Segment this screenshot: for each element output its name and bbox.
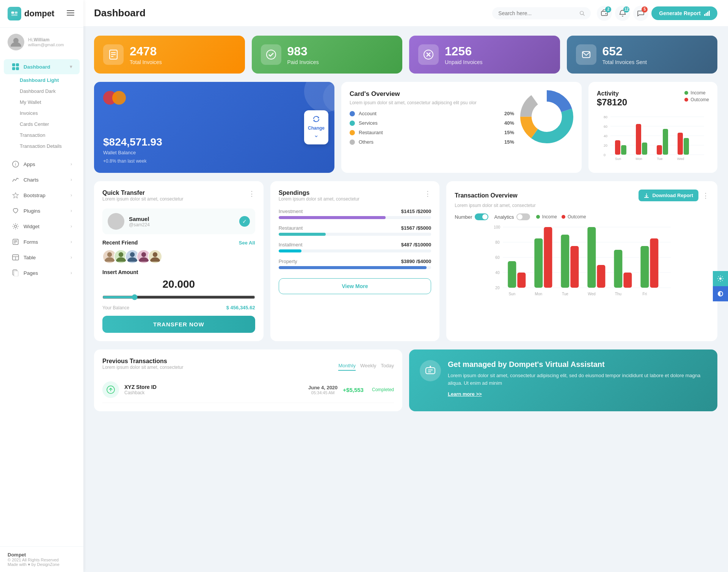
see-all-link[interactable]: See All	[239, 240, 255, 246]
chevron-right-icon7: ›	[71, 255, 72, 260]
sub-item-my-wallet[interactable]: My Wallet	[0, 97, 83, 108]
view-more-btn[interactable]: View More	[279, 278, 431, 294]
recent-friends-header: Recent Friend See All	[102, 240, 255, 246]
bell-badge: 12	[623, 6, 629, 13]
svg-text:Sun: Sun	[615, 157, 621, 161]
svg-line-25	[583, 14, 585, 16]
svg-rect-61	[663, 129, 668, 155]
star-icon	[11, 191, 20, 199]
sidebar-logo-area: dompet	[0, 0, 83, 28]
gear-icon	[11, 222, 20, 230]
svg-rect-87	[535, 238, 543, 288]
avatar	[8, 34, 24, 50]
amount-display: 20.000	[102, 278, 255, 290]
cards-overview-desc: Lorem ipsum dolor sit amet, consectetur …	[350, 100, 514, 105]
row3: Quick Transfer Lorem ipsum dolor sit ame…	[94, 181, 717, 341]
sidebar-item-apps[interactable]: i Apps ›	[4, 157, 80, 172]
sidebar-item-table[interactable]: Table ›	[4, 250, 80, 265]
sp-item-investment: Investment $1415 /$2000	[279, 208, 431, 219]
stat-label-sent: Total Invoices Sent	[602, 59, 647, 65]
tx-info-1: XYZ Store ID Cashback	[124, 384, 303, 395]
stat-cards-row: 2478 Total Invoices 983 Paid Invoices	[94, 36, 717, 74]
svg-rect-62	[678, 133, 683, 155]
sidebar-item-pages[interactable]: Pages ›	[4, 265, 80, 281]
sub-item-invoices[interactable]: Invoices	[0, 108, 83, 119]
to-bar-chart: 100 80 60 40 20	[455, 223, 709, 301]
transfer-now-btn[interactable]: TRANSFER NOW	[102, 316, 255, 333]
svg-rect-86	[518, 273, 526, 288]
qt-more-icon[interactable]: ⋮	[248, 190, 255, 198]
sp-bar-installment	[279, 249, 301, 252]
svg-text:Mon: Mon	[535, 292, 542, 296]
qt-user-handle: @sam224	[129, 222, 150, 227]
tab-monthly[interactable]: Monthly	[338, 363, 356, 371]
sidebar-item-widget[interactable]: Widget ›	[4, 219, 80, 234]
chevron-right-icon2: ›	[71, 177, 72, 182]
topbar-actions: 2 12 5 Generate Report	[597, 6, 717, 21]
svg-text:i: i	[15, 162, 16, 166]
sub-item-dashboard-dark[interactable]: Dashboard Dark	[0, 86, 83, 97]
to-more-icon[interactable]: ⋮	[702, 191, 709, 200]
sp-item-property-header: Property $3890 /$4000	[279, 259, 431, 264]
change-card-btn[interactable]: Change	[304, 110, 328, 144]
tx-name-1: XYZ Store ID	[124, 384, 303, 390]
chevron-right-icon4: ›	[71, 208, 72, 213]
to-income-label: Income	[542, 214, 557, 219]
svg-text:60: 60	[604, 125, 607, 129]
theme-panel-btn[interactable]	[713, 286, 728, 301]
chat-notifications-btn[interactable]: 5	[633, 6, 648, 21]
sub-item-transaction-details[interactable]: Transaction Details	[0, 141, 83, 152]
row2: $824,571.93 Wallet Balance +0.8% than la…	[94, 82, 717, 173]
stat-value-unpaid: 1256	[445, 44, 483, 58]
others-pct: 15%	[504, 139, 514, 145]
tab-today[interactable]: Today	[381, 363, 394, 371]
svg-rect-74	[644, 197, 649, 198]
check-icon	[261, 44, 281, 65]
sidebar-item-dashboard[interactable]: Dashboard ▾	[4, 59, 80, 74]
sidebar-dashboard-label: Dashboard	[24, 64, 50, 70]
sub-item-dashboard-light[interactable]: Dashboard Light	[0, 75, 83, 86]
to-outcome-label: Outcome	[568, 214, 586, 219]
svg-rect-60	[657, 145, 662, 155]
va-learn-more-link[interactable]: Learn more >>	[448, 391, 707, 397]
svg-text:Tue: Tue	[562, 292, 568, 296]
rf-avatar-5	[148, 249, 162, 264]
restaurant-name: Restaurant	[359, 130, 500, 135]
sub-item-cards-center[interactable]: Cards Center	[0, 119, 83, 130]
svg-text:80: 80	[604, 115, 607, 119]
page-title: Dashboard	[94, 7, 486, 19]
stat-info-sent: 652 Total Invoices Sent	[602, 44, 647, 65]
tab-weekly[interactable]: Weekly	[360, 363, 376, 371]
sidebar-item-bootstrap[interactable]: Bootstrap ›	[4, 188, 80, 203]
svg-point-14	[14, 225, 17, 227]
analytics-toggle[interactable]	[516, 213, 530, 220]
stat-value-total: 2478	[130, 44, 162, 58]
sidebar-item-plugins[interactable]: Plugins ›	[4, 203, 80, 218]
number-toggle[interactable]	[475, 213, 488, 220]
sp-more-icon[interactable]: ⋮	[424, 190, 431, 198]
form-icon	[11, 238, 20, 246]
insert-amount-label: Insert Amount	[102, 269, 255, 275]
sidebar-bootstrap-label: Bootstrap	[24, 193, 46, 198]
stat-info-total: 2478 Total Invoices	[130, 44, 162, 65]
wallet-notifications-btn[interactable]: 2	[597, 6, 612, 21]
sp-desc: Lorem ipsum dolor sit amet, consectetur	[279, 196, 359, 202]
sidebar-item-charts[interactable]: Charts ›	[4, 172, 80, 187]
amount-slider[interactable]	[102, 294, 255, 300]
sidebar-item-forms[interactable]: Forms ›	[4, 234, 80, 249]
svg-rect-56	[615, 140, 620, 155]
sub-item-transaction[interactable]: Transaction	[0, 130, 83, 141]
generate-report-btn[interactable]: Generate Report	[651, 6, 717, 20]
download-report-btn[interactable]: Download Report	[639, 190, 698, 201]
hamburger-icon[interactable]	[65, 9, 76, 18]
table-icon	[11, 253, 20, 262]
sp-bar-investment	[279, 216, 386, 219]
bell-notifications-btn[interactable]: 12	[615, 6, 630, 21]
topbar: Dashboard 2 12 5 Generate Report	[83, 0, 728, 27]
qt-user-avatar	[108, 213, 124, 230]
wallet-balance-value: $824,571.93	[103, 136, 325, 148]
search-input[interactable]	[498, 10, 576, 16]
chevron-right-icon: ›	[71, 161, 72, 167]
outcome-label: Outcome	[690, 97, 709, 102]
settings-panel-btn[interactable]	[713, 271, 728, 286]
